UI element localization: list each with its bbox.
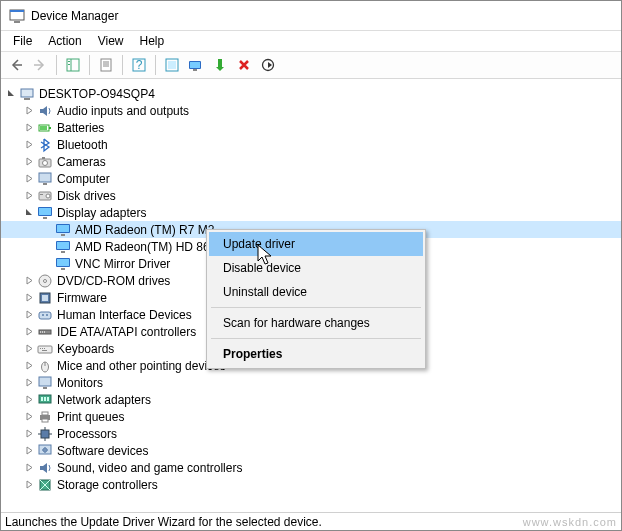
device-label: Batteries	[57, 121, 104, 135]
menu-file[interactable]: File	[5, 32, 40, 50]
tree-category[interactable]: Print queues	[1, 408, 621, 425]
device-icon	[37, 171, 53, 187]
expander-icon[interactable]	[23, 156, 35, 168]
svg-rect-73	[42, 419, 48, 422]
device-label: Human Interface Devices	[57, 308, 192, 322]
toolbar-separator	[122, 55, 123, 75]
tree-category[interactable]: Batteries	[1, 119, 621, 136]
svg-rect-7	[101, 59, 111, 71]
tree-category[interactable]: Monitors	[1, 374, 621, 391]
scan-hardware-button[interactable]	[161, 54, 183, 76]
device-icon	[37, 392, 53, 408]
uninstall-device-button[interactable]	[233, 54, 255, 76]
expander-icon	[41, 224, 53, 236]
menubar: File Action View Help	[1, 31, 621, 51]
expander-icon[interactable]	[23, 445, 35, 457]
svg-rect-34	[40, 194, 43, 195]
expander-icon[interactable]	[23, 326, 35, 338]
svg-rect-17	[193, 69, 197, 71]
tree-category[interactable]: Cameras	[1, 153, 621, 170]
enable-device-button[interactable]	[209, 54, 231, 76]
tree-category[interactable]: Sound, video and game controllers	[1, 459, 621, 476]
svg-rect-40	[61, 234, 65, 236]
expander-icon[interactable]	[23, 173, 35, 185]
titlebar: Device Manager	[1, 1, 621, 31]
device-icon	[19, 86, 35, 102]
menu-view[interactable]: View	[90, 32, 132, 50]
svg-point-53	[46, 314, 48, 316]
expander-icon[interactable]	[23, 105, 35, 117]
tree-category[interactable]: Display adapters	[1, 204, 621, 221]
tree-category[interactable]: Bluetooth	[1, 136, 621, 153]
watermark: www.wskdn.com	[523, 516, 617, 528]
tree-category[interactable]: Network adapters	[1, 391, 621, 408]
tree-category[interactable]: Disk drives	[1, 187, 621, 204]
update-driver-button[interactable]	[185, 54, 207, 76]
ctx-separator	[211, 338, 421, 339]
svg-rect-74	[41, 430, 49, 438]
svg-rect-1	[10, 10, 24, 12]
expander-icon[interactable]	[23, 207, 35, 219]
svg-rect-62	[42, 350, 47, 351]
svg-rect-60	[42, 348, 43, 349]
expander-icon[interactable]	[5, 88, 17, 100]
device-icon	[37, 273, 53, 289]
expander-icon[interactable]	[23, 394, 35, 406]
expander-icon[interactable]	[23, 428, 35, 440]
tree-category[interactable]: Audio inputs and outputs	[1, 102, 621, 119]
menu-help[interactable]: Help	[132, 32, 173, 50]
ctx-update-driver[interactable]: Update driver	[209, 232, 423, 256]
svg-rect-18	[218, 59, 222, 68]
show-hide-tree-button[interactable]	[62, 54, 84, 76]
device-label: Display adapters	[57, 206, 146, 220]
svg-rect-37	[43, 217, 47, 219]
device-label: Software devices	[57, 444, 148, 458]
expander-icon[interactable]	[23, 479, 35, 491]
toolbar-separator	[155, 55, 156, 75]
tree-category[interactable]: Software devices	[1, 442, 621, 459]
ctx-uninstall-device[interactable]: Uninstall device	[209, 280, 423, 304]
tree-category[interactable]: Processors	[1, 425, 621, 442]
ctx-properties[interactable]: Properties	[209, 342, 423, 366]
expander-icon[interactable]	[23, 462, 35, 474]
device-label: Cameras	[57, 155, 106, 169]
disable-device-button[interactable]	[257, 54, 279, 76]
back-button[interactable]	[5, 54, 27, 76]
expander-icon[interactable]	[23, 309, 35, 321]
expander-icon[interactable]	[23, 275, 35, 287]
properties-button[interactable]	[95, 54, 117, 76]
expander-icon[interactable]	[23, 292, 35, 304]
device-label: DVD/CD-ROM drives	[57, 274, 170, 288]
device-label: Print queues	[57, 410, 124, 424]
tree-root[interactable]: DESKTOP-O94SQP4	[1, 85, 621, 102]
device-label: Firmware	[57, 291, 107, 305]
expander-icon[interactable]	[23, 360, 35, 372]
expander-icon[interactable]	[23, 139, 35, 151]
svg-text:?: ?	[136, 58, 143, 72]
tree-category[interactable]: Computer	[1, 170, 621, 187]
expander-icon[interactable]	[23, 190, 35, 202]
device-label: AMD Radeon (TM) R7 M2…	[75, 223, 226, 237]
ctx-disable-device[interactable]: Disable device	[209, 256, 423, 280]
tree-category[interactable]: Storage controllers	[1, 476, 621, 493]
expander-icon[interactable]	[23, 377, 35, 389]
device-label: Audio inputs and outputs	[57, 104, 189, 118]
help-button[interactable]: ?	[128, 54, 150, 76]
svg-rect-14	[168, 61, 176, 69]
device-icon	[37, 120, 53, 136]
expander-icon[interactable]	[23, 343, 35, 355]
ctx-separator	[211, 307, 421, 308]
device-icon	[37, 460, 53, 476]
svg-point-48	[44, 279, 47, 282]
expander-icon[interactable]	[23, 411, 35, 423]
forward-button[interactable]	[29, 54, 51, 76]
svg-rect-2	[14, 21, 20, 23]
expander-icon[interactable]	[23, 122, 35, 134]
svg-rect-31	[43, 183, 47, 185]
ctx-scan-hardware[interactable]: Scan for hardware changes	[209, 311, 423, 335]
svg-point-28	[43, 160, 48, 165]
device-icon	[37, 307, 53, 323]
menu-action[interactable]: Action	[40, 32, 89, 50]
device-icon	[37, 358, 53, 374]
svg-rect-6	[68, 64, 70, 65]
